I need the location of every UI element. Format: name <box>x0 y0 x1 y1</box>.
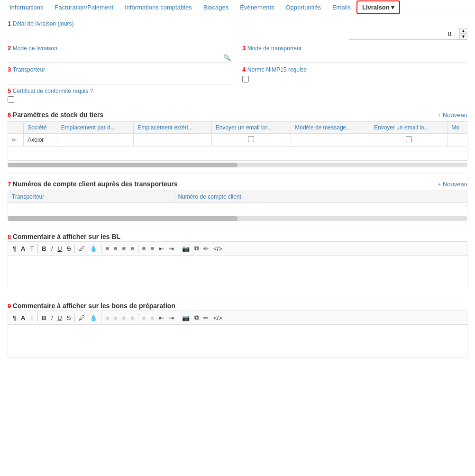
col-modele: Modèle de message... <box>291 122 370 134</box>
tab-facturation[interactable]: Facturation/Paiement <box>49 0 119 15</box>
section6-number: 6 <box>8 111 11 119</box>
row-empl-par <box>57 134 134 146</box>
tb9-code[interactable]: </> <box>211 313 224 322</box>
tb9-align-center[interactable]: ≡ <box>112 313 119 322</box>
tb8-align-left[interactable]: ≡ <box>103 244 111 253</box>
section9-editor-body[interactable] <box>8 324 467 357</box>
tb8-align-center[interactable]: ≡ <box>112 244 119 253</box>
delai-input[interactable] <box>430 30 458 37</box>
tb9-indent-right[interactable]: ⇥ <box>167 313 176 322</box>
tab-emails[interactable]: Emails <box>327 0 356 15</box>
section6-title-wrap: 6 Paramètres de stock du tiers <box>8 111 103 119</box>
tab-infos-comptables[interactable]: Informations comptables <box>119 0 198 15</box>
tb9-font-t[interactable]: T <box>28 313 36 322</box>
section9-toolbar: ¶ A T B I U S 🖊 💧 ≡ ≡ ≡ ≡ ≡ ≡ ⇤ ⇥ 📷 ⧉ ✏ … <box>8 311 467 324</box>
tab-evenements[interactable]: Évènements <box>234 0 280 15</box>
tab-opportunites[interactable]: Opportunités <box>280 0 327 15</box>
spinner-down[interactable]: ▼ <box>459 34 467 39</box>
tb8-div2 <box>74 244 75 253</box>
row-email2-checkbox[interactable] <box>406 136 412 142</box>
row-email1-checkbox[interactable] <box>248 136 254 142</box>
row-edit-icon[interactable]: ✏ <box>8 134 24 146</box>
section6-table-header: Société Emplacement par d... Emplacement… <box>8 122 467 134</box>
tb9-font-a[interactable]: A <box>19 313 27 322</box>
transporteur-input[interactable] <box>8 74 233 84</box>
tb8-italic[interactable]: I <box>49 244 55 253</box>
tb8-align-justify[interactable]: ≡ <box>128 244 136 253</box>
section8-editor-body[interactable] <box>8 255 467 288</box>
section6-scrollbar[interactable] <box>8 163 467 167</box>
tb8-list-ol[interactable]: ≡ <box>140 244 148 253</box>
tb9-list-ol[interactable]: ≡ <box>140 313 148 322</box>
tb8-edit[interactable]: ✏ <box>201 244 210 253</box>
section8-number: 8 <box>8 233 11 240</box>
row-email1 <box>211 134 291 146</box>
col7-transporteur: Transporteur <box>8 191 174 203</box>
section7-title: Numéros de compte client auprès des tran… <box>13 180 178 188</box>
tb9-ink[interactable]: 💧 <box>88 313 99 322</box>
tb9-align-justify[interactable]: ≡ <box>128 313 136 322</box>
col-mo: Mo <box>448 122 467 134</box>
tb8-bold[interactable]: B <box>40 244 48 253</box>
tb8-align-right[interactable]: ≡ <box>120 244 128 253</box>
delai-spinner-wrap: ▲ ▼ <box>349 28 467 40</box>
tb8-pilcrow[interactable]: ¶ <box>11 244 18 253</box>
field3-right-number: 3 <box>242 45 246 52</box>
tb9-indent-left[interactable]: ⇤ <box>157 313 166 322</box>
divider2 <box>8 227 467 227</box>
section6-new-button[interactable]: + Nouveau <box>438 111 467 119</box>
tab-livraison[interactable]: Livraison ▾ <box>356 0 400 14</box>
field3-left-number: 3 <box>8 66 11 73</box>
section7-scrollbar[interactable] <box>8 216 467 221</box>
tb8-strikethrough[interactable]: S <box>65 244 73 253</box>
col-email1: Envoyer un email lor... <box>211 122 291 134</box>
section8-editor: 8 Commentaire à afficher sur les BL ¶ A … <box>8 233 467 288</box>
tb8-highlight[interactable]: 🖊 <box>77 244 87 253</box>
col-edit <box>8 122 24 134</box>
tb8-indent-left[interactable]: ⇤ <box>157 244 166 253</box>
divider1 <box>8 173 467 174</box>
tb8-underline[interactable]: U <box>55 244 64 253</box>
mode-livraison-input[interactable] <box>8 53 233 63</box>
tb8-link[interactable]: ⧉ <box>192 244 201 253</box>
tb9-bold[interactable]: B <box>40 313 48 322</box>
norme-nimp15-checkbox[interactable] <box>242 76 249 82</box>
tb9-link[interactable]: ⧉ <box>192 313 201 322</box>
tb8-font-t[interactable]: T <box>28 244 36 253</box>
tb9-align-left[interactable]: ≡ <box>103 313 111 322</box>
tb9-image[interactable]: 📷 <box>180 313 192 322</box>
mode-transporteur-input[interactable] <box>242 53 467 63</box>
section7-new-button[interactable]: + Nouveau <box>438 181 467 188</box>
section6-header: 6 Paramètres de stock du tiers + Nouveau <box>8 111 467 119</box>
tb8-code[interactable]: </> <box>211 244 224 253</box>
tb8-font-a[interactable]: A <box>19 244 27 253</box>
tb9-underline[interactable]: U <box>55 313 64 322</box>
tb9-pilcrow[interactable]: ¶ <box>11 313 18 322</box>
tb8-list-ul[interactable]: ≡ <box>148 244 156 253</box>
tb9-italic[interactable]: I <box>49 313 55 322</box>
section7-number: 7 <box>8 181 11 188</box>
field-norme-nimp15: 4 Norme NIMP15 requise <box>242 66 467 84</box>
tb9-highlight[interactable]: 🖊 <box>77 313 87 322</box>
tb8-div4 <box>138 244 138 253</box>
col-email2: Envoyer un email lo... <box>370 122 447 134</box>
row-modele <box>291 134 370 146</box>
section7-empty-row <box>8 203 467 214</box>
section7-header: 7 Numéros de compte client auprès des tr… <box>8 180 467 188</box>
tb8-image[interactable]: 📷 <box>180 244 192 253</box>
spinner-up[interactable]: ▲ <box>459 28 467 34</box>
table-empty-row <box>8 146 467 161</box>
section6-table-wrap: Société Emplacement par d... Emplacement… <box>8 121 467 161</box>
col7-compte: Numéro de compte client <box>174 191 467 203</box>
col-empl-par: Emplacement par d... <box>57 122 134 134</box>
tb9-edit[interactable]: ✏ <box>201 313 210 322</box>
certificat-checkbox[interactable] <box>8 96 14 103</box>
tab-blocages[interactable]: Blocages <box>198 0 234 15</box>
tb8-ink[interactable]: 💧 <box>88 244 99 253</box>
tab-informations[interactable]: Informations <box>4 0 49 15</box>
field-delai-livraison: 1 Délai de livraison (jours) ▲ ▼ <box>8 20 467 40</box>
tb9-align-right[interactable]: ≡ <box>120 313 128 322</box>
tb9-strikethrough[interactable]: S <box>65 313 73 322</box>
tb9-list-ul[interactable]: ≡ <box>148 313 156 322</box>
tb8-indent-right[interactable]: ⇥ <box>167 244 176 253</box>
